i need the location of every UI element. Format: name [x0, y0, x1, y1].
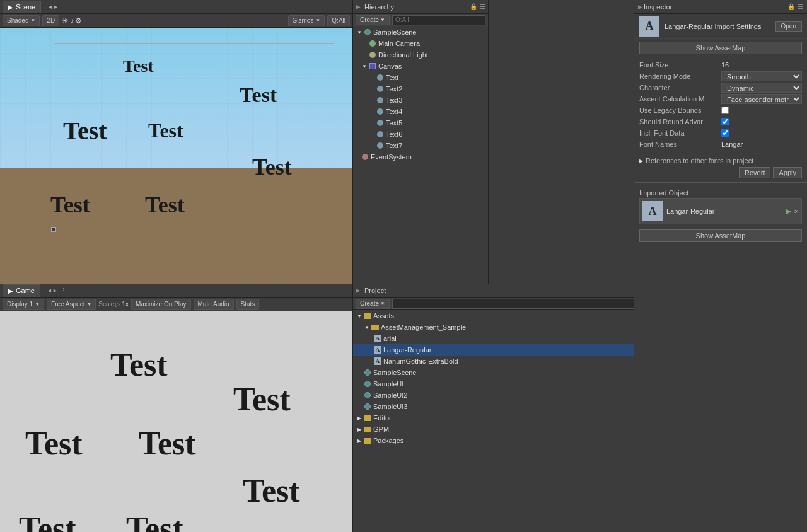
- hierarchy-item-directional-light[interactable]: Directional Light: [353, 49, 488, 61]
- game-test-4: Test: [139, 425, 196, 462]
- scene-test-2: Test: [240, 83, 277, 107]
- should-round-row: Should Round Advar: [634, 116, 807, 127]
- scene-test-5: Test: [252, 154, 292, 180]
- imported-close-icon[interactable]: ✕: [794, 208, 799, 215]
- rendering-mode-dropdown[interactable]: Smooth: [721, 71, 802, 81]
- scene-test-1: Test: [123, 56, 154, 76]
- hierarchy-label-canvas: Canvas: [378, 62, 402, 70]
- inspector-asset-title: Langar-Regular Import Settings: [665, 23, 770, 30]
- imported-font-icon: A: [642, 201, 663, 221]
- ascent-label: Ascent Calculation M: [639, 95, 721, 103]
- hierarchy-item-text3[interactable]: Text3: [353, 95, 488, 106]
- display-dropdown[interactable]: Display 1 ▼: [3, 299, 44, 310]
- inspector-menu-icon[interactable]: ☰: [798, 3, 803, 10]
- character-row: Character Dynamic: [634, 82, 807, 93]
- use-legacy-checkbox[interactable]: [721, 107, 729, 114]
- gpm-folder-icon: [363, 425, 372, 434]
- scene-test-3: Test: [63, 116, 107, 146]
- project-label-gpm: GPM: [373, 425, 389, 433]
- hierarchy-item-text1[interactable]: Text: [353, 72, 488, 83]
- show-assetmap-top-btn[interactable]: Show AssetMap: [639, 42, 802, 54]
- gizmos-dropdown[interactable]: Gizmos ▼: [288, 15, 325, 26]
- inspector-icon-title: A Langar-Regular Import Settings Open: [634, 14, 807, 39]
- revert-apply-row: Revert Apply: [634, 166, 807, 180]
- font-size-value: 16: [721, 61, 802, 69]
- scene-expand-arrow: ▼: [356, 28, 363, 36]
- hierarchy-create-btn[interactable]: Create ▼: [356, 15, 390, 25]
- font-names-value: Langar: [721, 141, 802, 148]
- references-label: References to other fonts in project: [646, 157, 753, 165]
- effects-icon[interactable]: ⚙: [75, 16, 82, 25]
- project-label-langar: Langar-Regular: [383, 346, 431, 354]
- maximize-btn[interactable]: Maximize On Play: [131, 299, 191, 310]
- game-tab[interactable]: ▶ Game: [3, 284, 40, 297]
- use-legacy-row: Use Legacy Bounds: [634, 105, 807, 116]
- hierarchy-item-canvas[interactable]: ▼ Canvas: [353, 61, 488, 72]
- font-size-row: Font Size 16: [634, 59, 807, 71]
- project-create-btn[interactable]: Create ▼: [356, 299, 390, 309]
- scene-name: SampleScene: [373, 28, 417, 36]
- ascent-dropdown[interactable]: Face ascender metric: [721, 94, 802, 104]
- 2d-button[interactable]: 2D: [42, 15, 59, 26]
- text1-icon: [376, 73, 385, 82]
- shaded-dropdown[interactable]: Shaded ▼: [3, 15, 40, 26]
- canvas-icon-item: [368, 62, 377, 71]
- mute-audio-btn[interactable]: Mute Audio: [194, 299, 234, 310]
- scale-slider-icon: ▷: [115, 301, 120, 308]
- incl-font-checkbox[interactable]: [721, 129, 729, 137]
- game-test-3: Test: [25, 425, 83, 462]
- scene-viewport: Test Test Test Test Test Test Test: [0, 28, 352, 284]
- scene-search[interactable]: Q:All: [327, 15, 350, 26]
- hierarchy-item-eventsystem[interactable]: EventSystem: [353, 151, 488, 163]
- project-label-sampleui: SampleUI: [373, 380, 404, 388]
- light-icon: [368, 50, 377, 59]
- hierarchy-search-input[interactable]: [392, 15, 485, 25]
- aspect-dropdown[interactable]: Free Aspect ▼: [47, 299, 96, 310]
- font-size-label: Font Size: [639, 61, 721, 69]
- hierarchy-label-text2: Text2: [386, 85, 402, 93]
- imported-preview-icon[interactable]: ▶: [786, 207, 791, 216]
- hierarchy-scene-root[interactable]: ▼ SampleScene: [353, 26, 488, 38]
- character-dropdown[interactable]: Dynamic: [721, 83, 802, 93]
- game-tab-bar: ▶ Game ◄► ⋮: [0, 284, 352, 298]
- hierarchy-item-text7[interactable]: Text7: [353, 140, 488, 151]
- revert-btn[interactable]: Revert: [739, 167, 770, 178]
- hierarchy-menu-icon[interactable]: ☰: [480, 3, 485, 10]
- apply-btn[interactable]: Apply: [773, 167, 802, 178]
- hierarchy-label-eventsystem: EventSystem: [371, 153, 412, 161]
- scene-test-4: Test: [148, 119, 183, 142]
- imported-object-title: Imported Object: [639, 188, 802, 198]
- inspector-open-btn[interactable]: Open: [775, 21, 802, 32]
- scene-test-7: Test: [145, 192, 185, 218]
- samplescene-icon: [363, 368, 372, 377]
- hierarchy-item-text4[interactable]: Text4: [353, 106, 488, 117]
- should-round-checkbox[interactable]: [721, 118, 729, 125]
- hierarchy-item-main-camera[interactable]: Main Camera: [353, 38, 488, 49]
- project-label-samplescene: SampleScene: [373, 369, 417, 376]
- game-test-7: Test: [126, 510, 183, 532]
- camera-icon: [368, 39, 377, 48]
- scene-tab-bar: ▶ Scene ◄► ⋮: [0, 0, 352, 14]
- packages-arrow: ▶: [356, 437, 363, 444]
- project-label-sampleui2: SampleUI2: [373, 391, 407, 399]
- show-assetmap-bottom-btn[interactable]: Show AssetMap: [639, 229, 802, 242]
- hierarchy-item-text6[interactable]: Text6: [353, 129, 488, 140]
- hierarchy-label-directional-light: Directional Light: [378, 51, 428, 59]
- stats-btn[interactable]: Stats: [236, 299, 260, 310]
- editor-arrow: ▶: [356, 414, 363, 422]
- hierarchy-lock-icon[interactable]: 🔒: [470, 3, 477, 10]
- scene-test-6: Test: [50, 192, 90, 218]
- inspector-font-icon: A: [639, 16, 659, 37]
- references-row[interactable]: ▶ References to other fonts in project: [634, 156, 807, 166]
- hierarchy-label-text5: Text5: [386, 119, 402, 127]
- hierarchy-item-text5[interactable]: Text5: [353, 117, 488, 129]
- text5-icon: [376, 119, 385, 127]
- audio-icon[interactable]: ♪: [70, 16, 74, 25]
- lights-icon[interactable]: ☀: [62, 16, 69, 25]
- inspector-lock-icon[interactable]: 🔒: [787, 3, 795, 10]
- imported-name: Langar-Regular: [666, 207, 714, 215]
- assets-folder-icon: [363, 311, 372, 320]
- hierarchy-label-text6: Text6: [386, 130, 402, 138]
- scene-tab[interactable]: ▶ Scene: [3, 1, 41, 13]
- hierarchy-item-text2[interactable]: Text2: [353, 83, 488, 95]
